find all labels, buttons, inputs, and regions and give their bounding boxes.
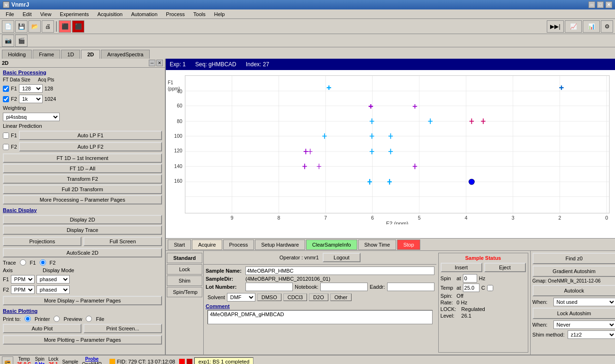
f2-mode-select[interactable]: phasedmagnitude xyxy=(36,285,70,294)
f1-size-select[interactable]: 128256512 xyxy=(19,84,43,93)
toolbar-right-1[interactable]: ▶▶| xyxy=(547,20,564,33)
menu-help[interactable]: Help xyxy=(210,10,229,18)
gradient-autoshim-button[interactable]: Gradient Autoshim xyxy=(533,266,615,277)
spin-temp-tab[interactable]: Spin/Temp xyxy=(167,287,202,297)
menu-automation[interactable]: Automation xyxy=(127,10,162,18)
when1-label: When: xyxy=(533,299,552,305)
close-button[interactable]: ✕ xyxy=(606,1,612,8)
other-button[interactable]: Other xyxy=(330,293,352,301)
projections-button[interactable]: Projections xyxy=(3,237,81,246)
when2-select[interactable]: NeverAlways xyxy=(553,320,615,329)
temp-checkbox[interactable] xyxy=(487,285,493,291)
tab-1d[interactable]: 1D xyxy=(61,50,80,59)
logout-button[interactable]: Logout xyxy=(323,253,361,262)
print-button[interactable]: 🖨 xyxy=(42,20,54,33)
panel-close[interactable]: ✕ xyxy=(156,60,163,66)
full-2d-transform-button[interactable]: Full 2D Transform xyxy=(3,185,162,194)
toolbar-right-2[interactable]: 📈 xyxy=(565,20,582,33)
f1-mode-select[interactable]: phasedmagnitude xyxy=(36,275,70,284)
menu-experiments[interactable]: Experiments xyxy=(56,10,92,18)
f2-size-select[interactable]: 1k2k4k xyxy=(19,95,43,103)
trace-f2-radio[interactable] xyxy=(40,259,46,266)
full-screen-button[interactable]: Full Screen xyxy=(83,237,162,246)
save-button[interactable]: 💾 xyxy=(15,20,27,33)
menu-view[interactable]: View xyxy=(36,10,55,18)
cdcl3-button[interactable]: CDCl3 xyxy=(283,293,307,301)
standard-tab[interactable]: Standard xyxy=(167,253,202,263)
lp-f2-checkbox[interactable] xyxy=(3,144,9,150)
display-trace-button[interactable]: Display Trace xyxy=(3,225,162,235)
file-radio[interactable] xyxy=(86,316,92,322)
print-screen-button[interactable]: Print Screen... xyxy=(83,324,162,333)
lock-autoshim-button[interactable]: Lock Autoshim xyxy=(533,308,615,319)
menu-file[interactable]: File xyxy=(2,10,18,18)
preview-radio[interactable] xyxy=(54,316,60,322)
f1-checkbox[interactable] xyxy=(3,86,9,92)
eaddr-input[interactable] xyxy=(387,283,434,291)
ft1d-1st-button[interactable]: FT 1D – 1st Increment xyxy=(3,153,162,163)
tab-clear-sample[interactable]: ClearSampleInfo xyxy=(306,240,357,250)
stop-red-button[interactable]: ⬛ xyxy=(59,20,71,33)
tab-stop[interactable]: Stop xyxy=(397,240,420,250)
tab-frame[interactable]: Frame xyxy=(33,50,60,59)
tab-2d[interactable]: 2D xyxy=(81,50,100,59)
display-2d-button[interactable]: Display 2D xyxy=(3,215,162,224)
more-processing-button[interactable]: More Processing – Parameter Pages xyxy=(3,195,162,204)
tab-start[interactable]: Start xyxy=(168,240,191,250)
eject-button[interactable]: Eject xyxy=(484,263,526,272)
d2o-button[interactable]: D2O xyxy=(309,293,328,301)
maximize-button[interactable]: □ xyxy=(597,1,604,8)
shim-tab[interactable]: Shim xyxy=(167,275,202,286)
comment-area[interactable]: 4MeOBAPR_DMFA_gHMBCAD xyxy=(208,310,433,324)
find-z0-button[interactable]: Find z0 xyxy=(533,253,615,264)
video-button[interactable]: 🎬 xyxy=(15,35,27,47)
lp-f1-checkbox[interactable] xyxy=(3,133,9,139)
auto-lp-f2-button[interactable]: Auto LP F2 xyxy=(19,142,162,151)
transform-f2-button[interactable]: Transform F2 xyxy=(3,174,162,184)
tab-show-time[interactable]: Show Time xyxy=(358,240,396,250)
toolbar-right-4[interactable]: ⚙ xyxy=(601,20,613,33)
menu-acquisition[interactable]: Acquisition xyxy=(94,10,127,18)
spin-value-input[interactable] xyxy=(463,274,477,283)
tab-arrayed-spectra[interactable]: ArrayedSpectra xyxy=(101,50,149,59)
auto-lp-f1-button[interactable]: Auto LP F1 xyxy=(19,131,162,140)
toolbar-right-3[interactable]: 📊 xyxy=(583,20,600,33)
autolock-button[interactable]: Autolock xyxy=(533,285,615,296)
weighting-select[interactable]: pi4ssbsq xyxy=(3,113,60,121)
dmso-button[interactable]: DMSO xyxy=(257,293,281,301)
tab-holding[interactable]: Holding xyxy=(2,50,32,59)
f1-axis-select[interactable]: PPMHz xyxy=(11,275,35,284)
tab-setup-hardware[interactable]: Setup Hardware xyxy=(255,240,305,250)
auto-plot-button[interactable]: Auto Plot xyxy=(3,324,81,333)
lot-number-input[interactable] xyxy=(245,283,293,291)
spectrum-plot[interactable]: F1 (ppm) xyxy=(166,70,615,238)
f2-checkbox[interactable] xyxy=(3,96,9,102)
sample-name-input[interactable] xyxy=(245,266,434,275)
more-display-button[interactable]: More Display – Parameter Pages xyxy=(3,296,162,305)
tab-process[interactable]: Process xyxy=(223,240,254,250)
camera-button[interactable]: 📷 xyxy=(2,35,14,47)
tab-acquire[interactable]: Acquire xyxy=(192,240,222,250)
lock-tab[interactable]: Lock xyxy=(167,264,202,275)
ft1d-all-button[interactable]: FT 1D – All xyxy=(3,164,162,173)
temp-value-input[interactable] xyxy=(463,284,479,292)
menu-process[interactable]: Process xyxy=(162,10,189,18)
menu-edit[interactable]: Edit xyxy=(19,10,36,18)
trace-f1-radio[interactable] xyxy=(20,259,26,266)
autoscale-2d-button[interactable]: AutoScale 2D xyxy=(3,248,162,257)
when1-select[interactable]: Not usedAlwaysNever xyxy=(553,298,615,306)
insert-button[interactable]: Insert xyxy=(441,263,482,272)
panel-collapse[interactable]: ─ xyxy=(149,60,155,66)
more-plotting-button[interactable]: More Plotting – Parameter Pages xyxy=(3,335,162,345)
folder-button[interactable]: 📂 xyxy=(28,20,41,33)
menu-tools[interactable]: Tools xyxy=(190,10,209,18)
stop-button-2[interactable]: ⬛ xyxy=(72,20,84,33)
shim-method-select[interactable]: z1z2z1z2z3 xyxy=(568,330,615,339)
minimize-button[interactable]: ─ xyxy=(588,1,595,8)
temp-at: at xyxy=(457,285,461,291)
new-button[interactable]: 📄 xyxy=(2,20,14,33)
f2-axis-select[interactable]: PPMHz xyxy=(11,285,35,294)
printer-radio[interactable] xyxy=(25,316,31,322)
solvent-select[interactable]: DMFDMSOCDCl3D2O xyxy=(227,293,255,302)
notebook-input[interactable] xyxy=(320,283,368,291)
